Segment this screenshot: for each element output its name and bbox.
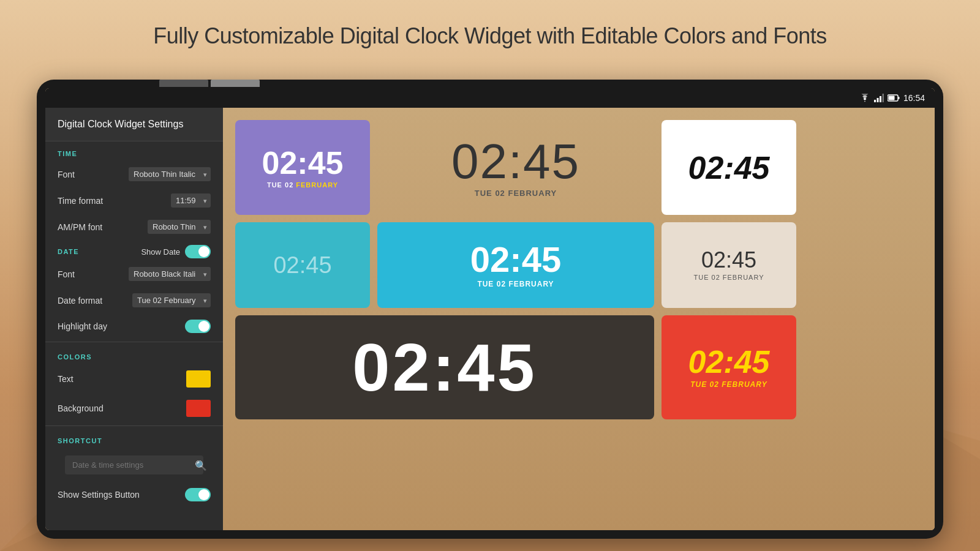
date-format-select[interactable]: Tue 02 February xyxy=(132,293,211,307)
ampm-font-select[interactable]: Roboto Thin xyxy=(148,220,211,234)
wifi-icon xyxy=(859,94,870,102)
widget-red[interactable]: 02:45 TUE 02 FEBRUARY xyxy=(662,315,796,419)
font-select[interactable]: Roboto Thin Italic xyxy=(129,167,211,181)
widget-area: 02:45 TUE 02 FEBRUARY 02:45 TUE 02 FEBRU… xyxy=(223,108,935,530)
widget-transparent[interactable]: 02:45 TUE 02 FEBRUARY xyxy=(377,120,654,215)
tablet-screen: 16:54 Digital Clock Widget Settings TIME… xyxy=(45,88,935,530)
battery-icon xyxy=(888,94,900,102)
status-time: 16:54 xyxy=(903,93,925,103)
widget-purple[interactable]: 02:45 TUE 02 FEBRUARY xyxy=(235,120,370,215)
status-bar: 16:54 xyxy=(45,88,935,108)
ampm-font-label: AM/PM font xyxy=(58,222,102,232)
widget-dark-time: 02:45 xyxy=(352,334,537,401)
widget-light-date: TUE 02 FEBRUARY xyxy=(693,274,764,281)
bg-color-row: Background xyxy=(45,394,223,423)
widget-purple-highlight: FEBRUARY xyxy=(296,181,338,189)
svg-rect-7 xyxy=(898,97,899,99)
section-date: DATE xyxy=(58,248,141,255)
bg-color-swatch[interactable] xyxy=(186,400,211,417)
bg-color-label: Background xyxy=(58,403,104,413)
search-icon: 🔍 xyxy=(195,459,207,471)
shortcut-search-input[interactable] xyxy=(65,455,203,474)
show-date-toggle[interactable] xyxy=(185,245,211,258)
time-format-label: Time format xyxy=(58,196,103,206)
widget-red-date: TUE 02 FEBRUARY xyxy=(690,380,767,389)
font-select-wrapper[interactable]: Roboto Thin Italic xyxy=(129,167,211,181)
highlight-day-toggle[interactable] xyxy=(185,320,211,333)
widget-purple-time: 02:45 xyxy=(262,147,344,179)
show-settings-label: Show Settings Button xyxy=(58,490,140,500)
divider-2 xyxy=(45,425,223,426)
ampm-font-row: AM/PM font Roboto Thin xyxy=(45,214,223,240)
show-settings-row: Show Settings Button xyxy=(45,482,223,508)
search-wrapper: 🔍 xyxy=(55,452,213,478)
widget-white[interactable]: 02:45 xyxy=(662,120,796,215)
font-row: Font Roboto Thin Italic xyxy=(45,161,223,187)
text-color-row: Text xyxy=(45,364,223,394)
show-date-label: Show Date xyxy=(141,247,180,257)
tab-bar xyxy=(159,80,260,87)
widget-light-time: 02:45 xyxy=(701,249,756,271)
date-format-label: Date format xyxy=(58,296,102,305)
divider-1 xyxy=(45,342,223,342)
widget-blue-date: TUE 02 FEBRUARY xyxy=(477,280,554,288)
text-color-swatch[interactable] xyxy=(186,370,211,388)
date-font-row: Font Roboto Black Itali xyxy=(45,261,223,287)
date-format-row: Date format Tue 02 February xyxy=(45,287,223,313)
time-format-select-wrapper[interactable]: 11:59 23:59 xyxy=(171,193,211,208)
text-color-label: Text xyxy=(58,374,74,384)
tablet-frame: 16:54 Digital Clock Widget Settings TIME… xyxy=(37,80,943,539)
widget-light[interactable]: 02:45 TUE 02 FEBRUARY xyxy=(662,222,796,308)
svg-rect-4 xyxy=(880,96,881,102)
widget-purple-date-text: TUE 02 xyxy=(267,181,296,189)
date-format-select-wrapper[interactable]: Tue 02 February xyxy=(132,293,211,307)
tab-2[interactable] xyxy=(211,80,260,87)
ampm-font-select-wrapper[interactable]: Roboto Thin xyxy=(148,220,211,234)
widget-teal[interactable]: 02:45 xyxy=(235,222,370,308)
widget-blue[interactable]: 02:45 TUE 02 FEBRUARY xyxy=(377,222,654,308)
time-format-select[interactable]: 11:59 23:59 xyxy=(171,193,211,208)
signal-icon xyxy=(874,94,884,102)
widget-blue-time: 02:45 xyxy=(470,242,561,277)
svg-rect-3 xyxy=(876,98,878,102)
page-title: Fully Customizable Digital Clock Widget … xyxy=(0,23,980,49)
widget-white-time: 02:45 xyxy=(688,152,770,184)
section-shortcut: SHORTCUT xyxy=(45,429,223,448)
tab-1[interactable] xyxy=(159,80,208,87)
widget-dark[interactable]: 02:45 xyxy=(235,315,654,419)
widget-transparent-time: 02:45 xyxy=(451,137,580,186)
time-format-row: Time format 11:59 23:59 xyxy=(45,187,223,214)
widget-red-time: 02:45 xyxy=(688,346,770,378)
date-font-label: Font xyxy=(58,269,75,279)
show-settings-toggle[interactable] xyxy=(185,488,211,501)
section-time: TIME xyxy=(45,141,223,161)
svg-rect-2 xyxy=(874,100,876,102)
section-colors: COLORS xyxy=(45,345,223,364)
highlight-day-row: Highlight day xyxy=(45,313,223,339)
settings-title: Digital Clock Widget Settings xyxy=(45,108,223,141)
svg-rect-5 xyxy=(882,94,884,102)
date-font-select[interactable]: Roboto Black Itali xyxy=(129,267,211,281)
status-icons: 16:54 xyxy=(859,93,925,103)
date-font-select-wrapper[interactable]: Roboto Black Itali xyxy=(129,267,211,281)
widget-transparent-date: TUE 02 FEBRUARY xyxy=(475,189,557,198)
svg-rect-8 xyxy=(888,96,894,100)
widget-purple-date: TUE 02 FEBRUARY xyxy=(267,181,338,189)
font-label: Font xyxy=(58,170,75,179)
highlight-day-label: Highlight day xyxy=(58,321,107,331)
widget-teal-time: 02:45 xyxy=(273,253,331,277)
settings-panel: Digital Clock Widget Settings TIME Font … xyxy=(45,108,223,530)
